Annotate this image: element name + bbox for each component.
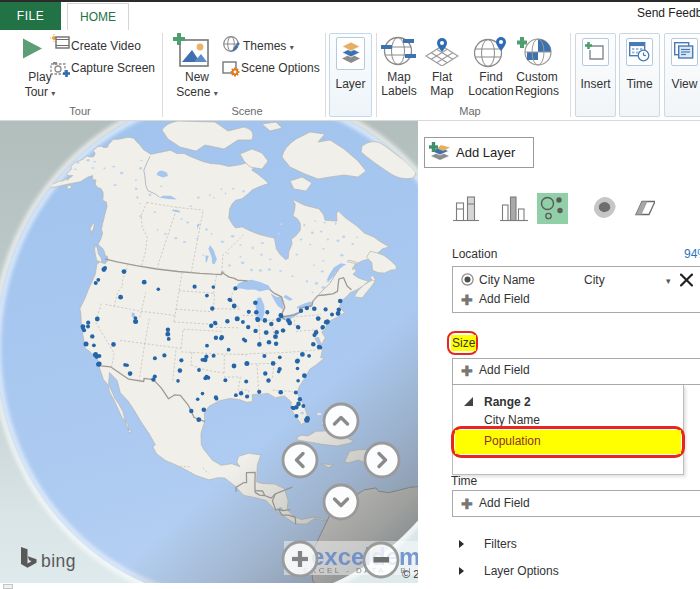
svg-text:bing: bing: [41, 551, 76, 571]
svg-text:© 2: © 2: [402, 568, 418, 580]
